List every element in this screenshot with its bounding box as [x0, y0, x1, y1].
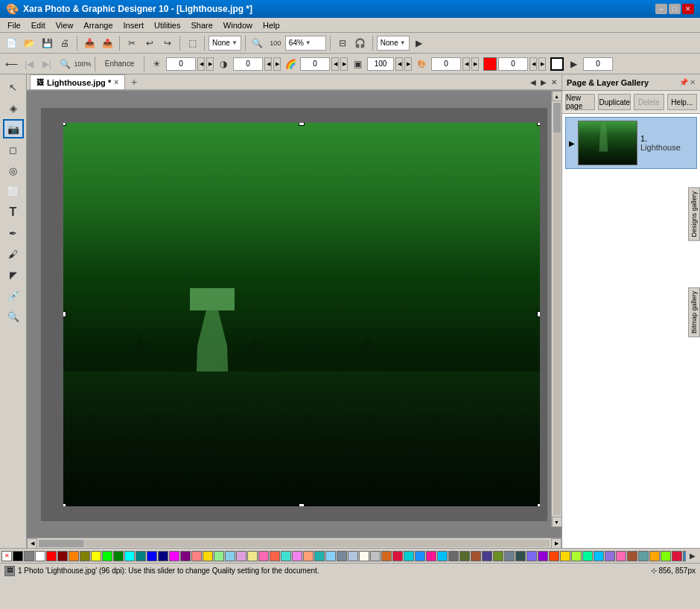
- saturation-right[interactable]: ▶: [340, 57, 348, 71]
- palette-color-46[interactable]: [526, 551, 537, 561]
- palette-color-17[interactable]: [203, 551, 213, 561]
- palette-color-extra-6[interactable]: [616, 551, 626, 561]
- no-color-btn[interactable]: ✕: [1, 551, 12, 561]
- palette-color-20[interactable]: [236, 551, 246, 561]
- help-button[interactable]: Help...: [667, 94, 697, 110]
- zoom-fit-button[interactable]: 🔍: [57, 56, 73, 72]
- tool-nav3[interactable]: ▶|: [39, 56, 55, 72]
- export-button[interactable]: 📤: [99, 35, 115, 51]
- enhance-button[interactable]: Enhance: [99, 56, 140, 72]
- palette-color-44[interactable]: [504, 551, 515, 561]
- palette-color-47[interactable]: [538, 551, 548, 561]
- open-button[interactable]: 📂: [21, 35, 37, 51]
- palette-color-1[interactable]: [24, 551, 34, 561]
- redo-button[interactable]: ↪: [159, 35, 176, 51]
- menu-insert[interactable]: Insert: [119, 19, 149, 31]
- palette-color-11[interactable]: [136, 551, 146, 561]
- palette-color-26[interactable]: [303, 551, 314, 561]
- shape-field[interactable]: 0: [583, 57, 613, 71]
- zoom-tool[interactable]: 🔍: [3, 307, 24, 326]
- opacity-right[interactable]: ▶: [404, 57, 412, 71]
- page-item[interactable]: ▶ 1. Lighthouse: [565, 117, 697, 169]
- bitmap-gallery-tab[interactable]: Bitmap gallery: [688, 287, 700, 337]
- palette-color-24[interactable]: [281, 551, 291, 561]
- palette-color-41[interactable]: [471, 551, 481, 561]
- eyedropper-tool[interactable]: 💉: [3, 286, 24, 305]
- palette-color-16[interactable]: [191, 551, 202, 561]
- clone-tool[interactable]: ◎: [3, 161, 24, 180]
- palette-color-19[interactable]: [225, 551, 235, 561]
- duplicate-button[interactable]: Duplicate: [598, 94, 631, 110]
- eraser-tool[interactable]: ◻: [3, 140, 24, 159]
- close-button[interactable]: ✕: [682, 4, 694, 14]
- maximize-button[interactable]: □: [669, 4, 681, 14]
- handle-br[interactable]: [537, 503, 540, 506]
- handle-tc[interactable]: [299, 123, 305, 126]
- transform-combo[interactable]: None ▼: [209, 36, 241, 51]
- palette-color-37[interactable]: [426, 551, 436, 561]
- menu-share[interactable]: Share: [186, 19, 217, 31]
- zoom-combo[interactable]: 64% ▼: [285, 36, 326, 51]
- tab-close-button[interactable]: ×: [114, 78, 118, 86]
- palette-color-extra-10[interactable]: [661, 551, 671, 561]
- palette-color-2[interactable]: [35, 551, 45, 561]
- palette-color-28[interactable]: [325, 551, 336, 561]
- palette-color-29[interactable]: [337, 551, 347, 561]
- palette-color-3[interactable]: [46, 551, 57, 561]
- menu-help[interactable]: Help: [258, 19, 284, 31]
- palette-color-12[interactable]: [147, 551, 157, 561]
- add-tab-button[interactable]: +: [127, 74, 141, 89]
- handle-tr[interactable]: [537, 123, 540, 126]
- rectangle-tool[interactable]: ⬜: [3, 182, 24, 201]
- palette-color-extra-8[interactable]: [638, 551, 649, 561]
- color-swatch[interactable]: [483, 57, 497, 71]
- tab-close-panel[interactable]: ✕: [550, 77, 559, 88]
- import-button[interactable]: 📥: [81, 35, 98, 51]
- new-button[interactable]: 📄: [3, 35, 19, 51]
- palette-color-43[interactable]: [493, 551, 503, 561]
- scroll-thumb-h[interactable]: [39, 540, 83, 547]
- slider-button[interactable]: ⊟: [334, 35, 351, 51]
- palette-color-45[interactable]: [515, 551, 526, 561]
- menu-view[interactable]: View: [51, 19, 78, 31]
- selector-tool[interactable]: ↖: [3, 77, 24, 97]
- save-button[interactable]: 💾: [39, 35, 55, 51]
- palette-color-31[interactable]: [359, 551, 369, 561]
- color-right[interactable]: ▶: [471, 57, 479, 71]
- scroll-right-button[interactable]: ▶: [551, 538, 561, 549]
- minimize-button[interactable]: –: [655, 4, 667, 14]
- menu-utilities[interactable]: Utilities: [150, 19, 185, 31]
- delete-button[interactable]: Delete: [634, 94, 664, 110]
- palette-color-35[interactable]: [404, 551, 414, 561]
- palette-color-25[interactable]: [292, 551, 302, 561]
- new-page-button[interactable]: New page: [565, 94, 595, 110]
- tool-nav2[interactable]: |◀: [21, 56, 37, 72]
- palette-color-13[interactable]: [158, 551, 168, 561]
- handle-tl[interactable]: [63, 123, 66, 126]
- palette-color-8[interactable]: [102, 551, 112, 561]
- brush-tool[interactable]: 🖌: [3, 244, 24, 264]
- effect-combo[interactable]: None ▼: [377, 36, 410, 51]
- select-button[interactable]: ⬚: [184, 35, 200, 51]
- palette-color-34[interactable]: [392, 551, 403, 561]
- menu-file[interactable]: File: [3, 19, 25, 31]
- brightness-left[interactable]: ◀: [197, 57, 205, 71]
- play-button[interactable]: ▶: [411, 35, 427, 51]
- fill-tool[interactable]: ◤: [3, 265, 24, 284]
- undo-button[interactable]: ↩: [141, 35, 158, 51]
- pin-button[interactable]: 📌: [679, 78, 688, 86]
- palette-color-extra-3[interactable]: [582, 551, 593, 561]
- image-canvas[interactable]: [63, 123, 540, 506]
- pen-tool[interactable]: ✒: [3, 223, 24, 243]
- palette-color-32[interactable]: [370, 551, 381, 561]
- cval-right[interactable]: ▶: [538, 57, 546, 71]
- palette-color-30[interactable]: [348, 551, 358, 561]
- node-tool[interactable]: ◈: [3, 98, 24, 118]
- palette-color-23[interactable]: [270, 551, 280, 561]
- palette-color-extra-7[interactable]: [627, 551, 637, 561]
- scroll-thumb-v[interactable]: [553, 103, 561, 133]
- tab-nav-right[interactable]: ▶: [539, 77, 548, 88]
- menu-arrange[interactable]: Arrange: [79, 19, 117, 31]
- contrast-right[interactable]: ▶: [273, 57, 281, 71]
- handle-bc[interactable]: [299, 503, 305, 506]
